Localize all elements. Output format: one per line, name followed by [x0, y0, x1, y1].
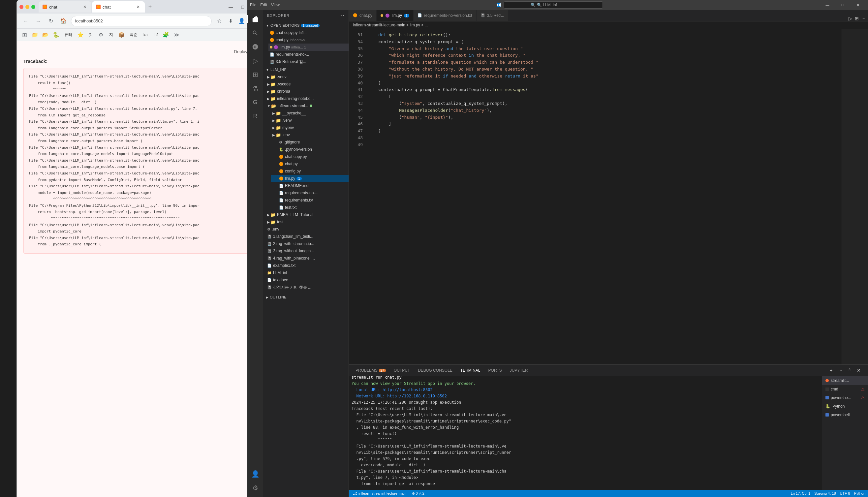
ext-inf-btn[interactable]: inf: [151, 30, 161, 40]
folder-chroma[interactable]: ▶ 📁 chroma: [266, 88, 348, 95]
panel-maximize-btn[interactable]: ^: [845, 366, 853, 374]
folder2-btn[interactable]: 📂: [41, 30, 51, 40]
minimize-window-btn[interactable]: —: [226, 2, 236, 12]
vscode-close-btn[interactable]: ✕: [850, 0, 865, 10]
file-chat-py[interactable]: 🟠 chat.py: [271, 160, 348, 168]
file-rag-without[interactable]: 📓 3.rag_without_langch...: [266, 247, 348, 255]
activity-run[interactable]: ▷: [249, 54, 262, 67]
file-gitignore[interactable]: ⚙ .gitignore: [271, 139, 348, 146]
activity-g[interactable]: G: [249, 96, 262, 109]
folder-inflearn-rag[interactable]: ▶ 📁 inflearn-rag-notebo...: [266, 95, 348, 102]
folder-inflearn-streamlit[interactable]: ▼ 📂 inflearn-streaml...: [266, 102, 348, 110]
editor-tab-retrieval[interactable]: 📓 3.5 Retr...: [476, 10, 509, 21]
open-editor-chat-copy[interactable]: 🟠 chat copy.py infl...: [268, 29, 348, 36]
ext-bakjun-btn[interactable]: 박준: [127, 30, 140, 40]
activity-extensions[interactable]: ⊞: [249, 68, 262, 81]
outline-header[interactable]: ▶ OUTLINE: [263, 294, 348, 301]
editor-tab-llm[interactable]: 🟣 llm.py 1: [376, 10, 414, 21]
explorer-menu-btn[interactable]: ···: [339, 13, 345, 18]
vscode-menu-item[interactable]: Edit: [260, 3, 267, 7]
apps-btn[interactable]: ⊞: [19, 30, 29, 40]
file-example1[interactable]: 📄 example1.txt: [266, 262, 348, 269]
file-gamjeong[interactable]: 📓 감정지능 기반 챗봇 ...: [266, 284, 348, 291]
status-indentation[interactable]: Sueung 4: 18: [814, 492, 836, 495]
terminal-tab-cmd[interactable]: cmd ⚠: [822, 385, 868, 394]
nav-back-btn[interactable]: ←: [21, 16, 31, 26]
more-ext-btn[interactable]: ≫: [171, 30, 181, 40]
run-btn[interactable]: ▷: [849, 16, 852, 21]
browser-tab-1[interactable]: 🟠 chat ✕: [39, 1, 91, 13]
panel-close-btn[interactable]: ✕: [855, 366, 863, 374]
llm-inf-folder-header[interactable]: ▼ LLM_INF: [263, 66, 348, 73]
file-python-version[interactable]: 🐍 .python-version: [271, 146, 348, 153]
settings-ext-btn[interactable]: ⚙: [96, 30, 106, 40]
activity-test[interactable]: ⚗: [249, 82, 262, 95]
split-editor-btn[interactable]: ⊞: [855, 16, 859, 21]
editor-tab-requirements[interactable]: 📄 requirements-no-version.txt: [414, 10, 476, 21]
panel-tab-debug[interactable]: DEBUG CONSOLE: [414, 365, 456, 376]
file-config[interactable]: 🟠 config.py: [271, 168, 348, 175]
folder-myenv[interactable]: ▶ 📁 myenv: [271, 124, 348, 131]
folder-venv[interactable]: ▶ 📁 .venv: [266, 73, 348, 81]
vscode-search-input[interactable]: 🔍 LLM_inf: [537, 3, 557, 7]
window-close-btn[interactable]: [19, 5, 24, 9]
puzzle-ext-btn[interactable]: 🧩: [161, 30, 171, 40]
more-actions-btn[interactable]: ···: [862, 16, 865, 21]
file-langchain-test[interactable]: 📓 1.langchain_llm_testi...: [266, 233, 348, 240]
panel-split-btn[interactable]: ···: [836, 366, 844, 374]
nav-reload-btn[interactable]: ↻: [46, 16, 56, 26]
file-rag-pinecone[interactable]: 📓 4.rag_with_pinecone.i...: [266, 255, 348, 262]
file-tax[interactable]: 📄 tax.docx: [266, 276, 348, 284]
tab1-close[interactable]: ✕: [82, 4, 87, 10]
panel-add-terminal-btn[interactable]: +: [827, 366, 835, 374]
file-llm-py[interactable]: 🟠 llm.py 1: [271, 175, 348, 182]
nav-forward-btn[interactable]: →: [33, 16, 43, 26]
open-editor-chat[interactable]: 🟠 chat.py inflearn-s...: [268, 36, 348, 44]
open-editor-retrieval[interactable]: 📓 3.5 Retrieval 검...: [268, 58, 348, 65]
terminal-tab-powershell[interactable]: powershell: [822, 411, 868, 419]
status-line-col[interactable]: Ln 17, Col 1: [791, 492, 810, 495]
nav-home-btn[interactable]: 🏠: [58, 16, 68, 26]
vscode-minimize-btn[interactable]: —: [820, 0, 835, 10]
terminal-tab-python[interactable]: 🐍 Python: [822, 402, 868, 411]
file-requirements-no[interactable]: 📄 requirements-no-...: [271, 189, 348, 197]
vscode-menu-item[interactable]: View: [271, 3, 280, 7]
file-env2[interactable]: ⚙ .env: [266, 226, 348, 233]
folder-test[interactable]: ▶ 📁 test: [266, 218, 348, 226]
browser-tab-2[interactable]: 🟠 chat ✕: [92, 1, 145, 13]
panel-tab-output[interactable]: OUTPUT: [390, 365, 414, 376]
new-tab-button[interactable]: +: [145, 2, 155, 12]
panel-tab-jupyter[interactable]: JUPYTER: [506, 365, 532, 376]
panel-tab-terminal[interactable]: TERMINAL: [456, 365, 484, 376]
file-llm-inf[interactable]: 📁 LLM_inf: [266, 269, 348, 276]
file-rag-chroma[interactable]: 📓 2.rag_with_chroma.ip...: [266, 240, 348, 247]
terminal-tab-powershe[interactable]: powershe... ⚠: [822, 394, 868, 402]
editor-tab-chat[interactable]: 🟠 chat.py: [349, 10, 376, 21]
terminal-output[interactable]: jupyter_core->r requirements-no-version.…: [349, 376, 822, 490]
tab2-close[interactable]: ✕: [136, 4, 141, 10]
ext-tutor-btn[interactable]: 튜터: [62, 30, 75, 40]
folder-pycache[interactable]: ▶ 📁 __pycache__: [271, 110, 348, 117]
restore-window-btn[interactable]: □: [238, 2, 247, 12]
open-editor-llm[interactable]: 🟣 llm.py inflea... 1: [268, 44, 348, 51]
activity-r[interactable]: R: [249, 110, 262, 123]
box-ext-btn[interactable]: 📦: [116, 30, 126, 40]
activity-account[interactable]: 👤: [249, 467, 262, 481]
terminal-tab-streamlit[interactable]: streamlit...: [822, 376, 868, 385]
folder-kmea[interactable]: ▶ 📁 KMEA_LLM_Tutorial: [266, 211, 348, 218]
vscode-search-bar[interactable]: 🔍 🔍 LLM_inf: [504, 1, 603, 9]
file-readme[interactable]: 📄 README.md: [271, 182, 348, 189]
folder-vscode[interactable]: ▶ 📁 .vscode: [266, 81, 348, 88]
github-ext-btn[interactable]: ⭐: [75, 30, 85, 40]
window-maximize-btn[interactable]: [31, 5, 35, 9]
vscode-menu-item[interactable]: File: [250, 3, 256, 7]
ext-ka-btn[interactable]: ka: [141, 30, 151, 40]
download-btn[interactable]: ⬇: [226, 16, 236, 26]
code-content[interactable]: def get_history_retriever(): contextuali…: [366, 29, 842, 365]
panel-tab-ports[interactable]: PORTS: [484, 365, 506, 376]
open-editors-header[interactable]: ▼ OPEN EDITORS 1 unsaved: [263, 22, 348, 29]
file-test-txt[interactable]: 📄 test.txt: [271, 204, 348, 211]
address-bar[interactable]: localhost:8502: [71, 16, 212, 26]
panel-tab-problems[interactable]: PROBLEMS 27: [352, 365, 390, 376]
python-ext-btn[interactable]: 🐍: [51, 30, 61, 40]
